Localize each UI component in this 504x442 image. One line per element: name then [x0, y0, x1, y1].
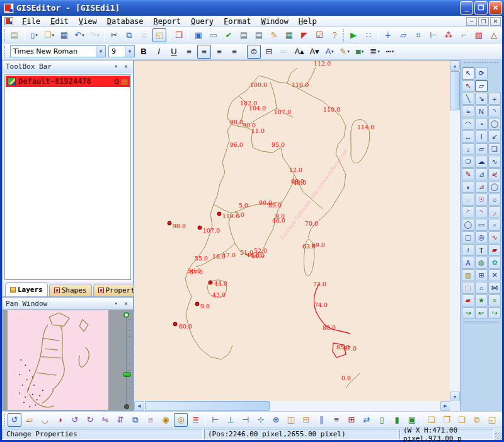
map-viewport[interactable]: FunPage Software http://www.tufocus.net1…: [134, 60, 460, 411]
copy-button[interactable]: ⧉: [122, 28, 136, 42]
distribute-vertical-button[interactable]: ≡: [329, 413, 343, 427]
menu-help[interactable]: Help: [294, 16, 322, 26]
reshape-button[interactable]: ▱: [23, 413, 37, 427]
menu-file[interactable]: File: [17, 16, 45, 26]
merge-shapes-button[interactable]: ◲: [500, 413, 504, 427]
label-flag-tool-icon[interactable]: ▰: [488, 244, 501, 256]
donut-tool-icon[interactable]: ◎: [475, 231, 488, 243]
child-close-button[interactable]: ✕: [490, 17, 501, 26]
snap-grid-button[interactable]: ⌗: [411, 28, 425, 42]
valign-center-button[interactable]: ⊜: [247, 45, 261, 59]
grid-colors-button[interactable]: ▦: [282, 28, 296, 42]
menu-query[interactable]: Query: [186, 16, 219, 26]
tab-shapes[interactable]: Shapes: [49, 284, 92, 296]
pan-zoom-slider[interactable]: [121, 311, 132, 409]
shape-select-tool-icon[interactable]: ▱: [475, 80, 488, 92]
panel-collapse-icon[interactable]: ▾: [112, 300, 120, 306]
window-view-button[interactable]: ◱: [152, 28, 166, 42]
dimension-h-tool-icon[interactable]: ↔: [462, 131, 474, 142]
undo-button[interactable]: ↶▾: [72, 28, 86, 42]
horizontal-scroll-thumb[interactable]: [145, 401, 270, 411]
circle-blue-tool-icon[interactable]: ○: [475, 282, 488, 294]
flip-vertical-button[interactable]: ⇵: [113, 413, 127, 427]
display-button[interactable]: ▣: [192, 28, 205, 42]
half-ellipse-tool-icon[interactable]: ◗: [462, 181, 474, 193]
layer-row-selected[interactable]: Default-81924478 ⊙ ▤: [6, 76, 130, 87]
line-tool-icon[interactable]: ╲: [462, 93, 474, 105]
menu-format[interactable]: Format: [219, 16, 256, 26]
rounded-rect-tool-icon[interactable]: ▢: [462, 231, 474, 243]
callout-oval-tool-icon[interactable]: ❍: [462, 156, 474, 168]
arc-cw-tool-icon[interactable]: ◜: [462, 206, 474, 218]
toolbar-grip[interactable]: [464, 62, 498, 66]
vertical-scroll-thumb[interactable]: [450, 71, 460, 110]
send-backward-button[interactable]: ⧉: [470, 413, 484, 427]
globe-tool-icon[interactable]: ◍: [475, 257, 488, 269]
dimension-v-tool-icon[interactable]: I: [475, 131, 488, 142]
close-button[interactable]: ✕: [489, 1, 502, 15]
align-left-button[interactable]: ⊢: [209, 413, 222, 427]
tab-layers[interactable]: Layers: [5, 282, 48, 296]
bring-forward-button[interactable]: ❑: [455, 413, 469, 427]
arc-tool-icon[interactable]: ◠: [462, 118, 474, 130]
bold-button[interactable]: B: [137, 45, 151, 59]
run-button[interactable]: ▶: [346, 28, 360, 42]
polyline-tool-icon[interactable]: N: [475, 105, 488, 117]
arrow-line-tool-icon[interactable]: ↘: [475, 93, 488, 105]
valign-bottom-button[interactable]: ⊟: [262, 45, 276, 59]
validate-button[interactable]: ☑: [312, 28, 326, 42]
map-point[interactable]: [198, 226, 202, 230]
node-link-tool-icon[interactable]: ∝: [488, 294, 501, 306]
database-button[interactable]: ▤: [8, 28, 21, 42]
mirror-button[interactable]: ◑: [53, 413, 67, 427]
same-width-button[interactable]: ▯: [375, 413, 389, 427]
shrink-font-button[interactable]: A▾: [307, 45, 321, 59]
scroll-right-icon[interactable]: ▶: [440, 401, 450, 411]
map-horizontal-scrollbar[interactable]: ◀ ▶: [134, 401, 450, 411]
map-point[interactable]: [173, 322, 177, 326]
visibility-eye-icon[interactable]: ⊙: [113, 78, 119, 86]
space-equal-button[interactable]: ⊞: [345, 413, 358, 427]
toolbar-grip[interactable]: [4, 45, 7, 58]
save-button[interactable]: ▦: [57, 28, 71, 42]
parallelogram-tool-icon[interactable]: ▱: [475, 143, 488, 155]
measure-button[interactable]: ▭: [207, 28, 220, 42]
menu-view[interactable]: View: [74, 16, 102, 26]
freeform-erase-button[interactable]: ◡: [38, 413, 52, 427]
chevron-down-icon[interactable]: ▼: [96, 46, 105, 57]
symbol-leaf-tool-icon[interactable]: ✿: [488, 257, 501, 269]
brush-tool-icon[interactable]: ✎: [462, 168, 474, 180]
maximize-button[interactable]: ❐: [474, 1, 488, 15]
help-button[interactable]: ?: [328, 28, 341, 42]
rectangle-tool-icon[interactable]: ▭: [475, 219, 488, 231]
curve-1-tool-icon[interactable]: ↝: [462, 307, 474, 319]
send-to-back-button[interactable]: ❐: [440, 413, 454, 427]
center-horizontal-button[interactable]: ⊹: [254, 413, 268, 427]
resize-grip[interactable]: [495, 433, 502, 440]
toolbar-grip[interactable]: [4, 414, 5, 426]
map-point[interactable]: [168, 221, 171, 225]
lock-button[interactable]: ◉: [159, 413, 173, 427]
center-vertical-button[interactable]: ⊕: [269, 413, 283, 427]
slider-thumb[interactable]: [123, 372, 131, 377]
menu-edit[interactable]: Edit: [45, 16, 74, 26]
circle-center-tool-icon[interactable]: ☉: [475, 194, 488, 206]
table-tool-icon[interactable]: ⊞: [475, 269, 488, 281]
circle-3pt-tool-icon[interactable]: ○: [488, 194, 501, 206]
add-select-tool-icon[interactable]: ↖: [462, 80, 474, 92]
toolbar-grip[interactable]: [343, 29, 344, 42]
circle-dashed-tool-icon[interactable]: ◌: [462, 194, 474, 206]
square-tool-icon[interactable]: ▫: [488, 219, 501, 231]
curve-3-tool-icon[interactable]: ↪: [488, 307, 501, 319]
menu-report[interactable]: Report: [149, 16, 186, 26]
circle-big-tool-icon[interactable]: ◯: [462, 219, 474, 231]
font-color-button[interactable]: A▾: [323, 45, 336, 59]
squiggle-tool-icon[interactable]: ≀: [462, 244, 474, 256]
artistic-text-tool-icon[interactable]: A: [462, 257, 474, 269]
scroll-up-icon[interactable]: ▲: [450, 61, 460, 71]
underline-button[interactable]: U: [167, 45, 181, 59]
polygon-z-tool-icon[interactable]: ⋈: [488, 282, 501, 294]
font-family-select[interactable]: Times New Roman ▼: [10, 45, 106, 57]
same-height-button[interactable]: ▮: [390, 413, 404, 427]
line-width-button[interactable]: ≣▾: [368, 45, 382, 59]
